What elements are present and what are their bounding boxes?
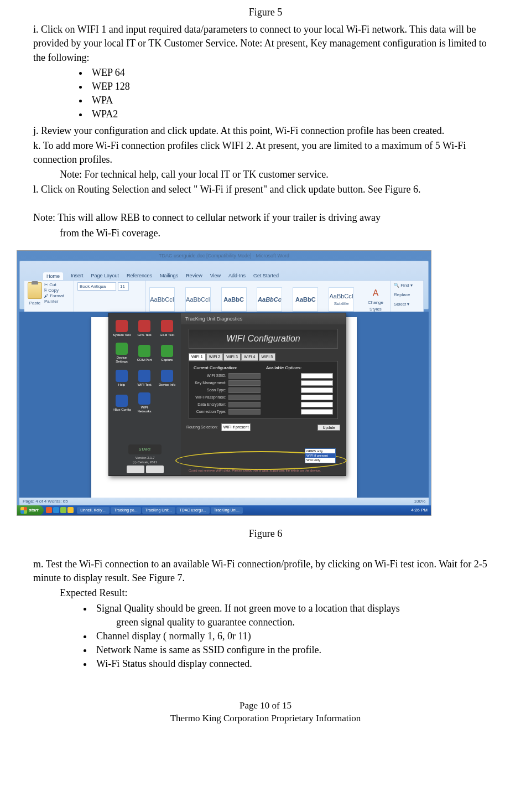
diag-sidebar-button[interactable]: GSM Test xyxy=(157,317,178,340)
wifi-tab-3[interactable]: WIFI 3 xyxy=(223,353,241,361)
dropdown-item-selected[interactable]: WIFI if present xyxy=(305,453,335,458)
find-button[interactable]: 🔍 Find ▾ xyxy=(394,282,420,288)
diag-sidebar-button[interactable]: Device Info xyxy=(157,366,178,390)
diag-window-title: TracKing Unit Diagnostics xyxy=(181,313,346,324)
ribbon-tab[interactable]: References xyxy=(127,272,152,281)
diag-button-icon xyxy=(138,345,150,357)
figure6-screenshot: TDAC userguide.doc [Compatibility Mode] … xyxy=(17,250,431,516)
wifi-tab-2[interactable]: WIFI 2 xyxy=(206,353,223,361)
diag-sidebar-button[interactable]: COM Port xyxy=(134,342,155,365)
diag-button-icon xyxy=(161,370,173,382)
wifi-tab-1[interactable]: WIFI 1 xyxy=(189,353,206,361)
ribbon-tab[interactable]: Get Started xyxy=(253,272,279,281)
taskbar-item[interactable]: TracKing Uni... xyxy=(211,507,243,514)
paste-icon[interactable] xyxy=(28,282,42,299)
diag-sidebar-button[interactable]: Device Settings xyxy=(111,342,132,365)
config-current-value xyxy=(228,373,261,379)
wifi-tab-5[interactable]: WIFI 5 xyxy=(259,353,276,361)
word-title-bar: TDAC userguide.doc [Compatibility Mode] … xyxy=(17,252,431,261)
diag-sidebar-button[interactable]: WIFI Networks xyxy=(134,391,155,415)
style-box[interactable]: AaBbCcI xyxy=(149,287,175,312)
config-current-value xyxy=(228,402,261,407)
word-status-bar: Page: 4 of 4 Words: 65 100% xyxy=(19,498,429,505)
status-zoom[interactable]: 100% xyxy=(414,498,425,504)
note-technical-help: Note: For technical help, call your loca… xyxy=(33,168,498,182)
diag-button-icon xyxy=(116,320,128,332)
style-box[interactable]: AaBbC xyxy=(293,287,318,312)
config-option-input[interactable] xyxy=(301,409,333,415)
list-item: WPA xyxy=(88,94,498,107)
ribbon-tab-home[interactable]: Home xyxy=(43,272,63,281)
diag-button-icon xyxy=(138,370,150,382)
start-button[interactable]: start xyxy=(17,505,44,515)
diag-sidebar-button[interactable]: Help xyxy=(111,366,132,390)
config-option-input[interactable] xyxy=(301,402,333,407)
config-field-label: Data Encryption: xyxy=(197,402,226,407)
ribbon-tab[interactable]: View xyxy=(210,272,221,281)
config-field-label: WIFI SSID: xyxy=(207,373,226,379)
paragraph-j: j. Review your configuration and click u… xyxy=(33,124,498,138)
style-box[interactable]: AaBbC xyxy=(221,287,247,312)
ribbon-tab[interactable]: Insert xyxy=(71,272,84,281)
diag-button-label: WIFI Test xyxy=(137,383,151,387)
style-box[interactable]: AaBbCc xyxy=(257,287,282,312)
quicklaunch-icon[interactable] xyxy=(46,507,52,513)
diag-button-label: GPS Test xyxy=(137,333,151,337)
ribbon-tab[interactable]: Add-Ins xyxy=(228,272,246,281)
font-size-select[interactable]: 11 xyxy=(118,282,129,291)
diag-error-message: Could not retrieve WIFI data. Please che… xyxy=(189,468,338,473)
ribbon-tab[interactable]: Mailings xyxy=(160,272,178,281)
format-painter-button[interactable]: 🖌 Format Painter xyxy=(44,293,70,304)
config-field-label: Scan Type: xyxy=(207,387,226,393)
config-option-input[interactable] xyxy=(301,387,333,393)
update-button[interactable]: Update xyxy=(317,425,340,431)
taskbar-item[interactable]: Tracking po... xyxy=(111,507,140,514)
taskbar-item[interactable]: TDAC usergu... xyxy=(176,507,210,514)
config-current-value xyxy=(228,409,261,415)
config-option-input[interactable] xyxy=(301,380,333,386)
diag-sidebar-button[interactable]: Capture xyxy=(157,342,178,365)
dropdown-item[interactable]: WIFI only xyxy=(305,458,335,462)
diag-button-label: WIFI Networks xyxy=(134,406,155,413)
tracking-logo xyxy=(146,466,164,473)
paragraph-l: l. Click on Routing Selection and select… xyxy=(33,183,498,196)
routing-label: Routing Selection: xyxy=(186,425,218,430)
select-button[interactable]: Select ▾ xyxy=(394,301,420,307)
diag-sidebar-button[interactable]: GPS Test xyxy=(134,317,155,340)
quicklaunch-icon[interactable] xyxy=(60,507,66,513)
diag-button-label: System Test xyxy=(113,333,131,337)
diag-button-icon xyxy=(138,320,150,332)
ribbon-tab[interactable]: Review xyxy=(186,272,202,281)
font-name-select[interactable]: Book Antiqua xyxy=(77,282,116,291)
taskbar-item[interactable]: TracKing Unit... xyxy=(142,507,175,514)
diag-sidebar-button[interactable]: System Test xyxy=(111,317,132,340)
diag-footer: START Version 2.1.7 (c) Celtrak, 2011 xyxy=(111,444,179,473)
taskbar-clock: 4:26 PM xyxy=(408,507,431,513)
style-box[interactable]: AaBbCcISubtitle xyxy=(329,287,354,312)
wifi-tab-4[interactable]: WIFI 4 xyxy=(241,353,258,361)
diag-sidebar-button[interactable]: I-Box Config xyxy=(111,391,132,415)
diag-button-label: Device Settings xyxy=(111,356,132,363)
dropdown-item[interactable]: GPRS only xyxy=(305,449,335,453)
replace-button[interactable]: Replace xyxy=(394,292,420,298)
routing-dropdown[interactable]: GPRS only WIFI if present WIFI only xyxy=(305,448,336,463)
config-current-value xyxy=(228,395,261,400)
cut-button[interactable]: ✂ Cut xyxy=(44,282,70,288)
note-reb-line1: Note: This will allow REB to connect to … xyxy=(33,211,498,225)
config-option-input[interactable] xyxy=(301,395,333,400)
start-diag-button[interactable]: START xyxy=(128,444,162,454)
footer-proprietary: Thermo King Corporation Proprietary Info… xyxy=(33,712,498,725)
diag-button-label: COM Port xyxy=(137,358,152,362)
list-item: Channel display ( normally 1, 6, 0r 11) xyxy=(93,629,498,643)
status-page-words: Page: 4 of 4 Words: 65 xyxy=(23,498,68,504)
style-box[interactable]: AaBbCcI xyxy=(185,287,211,312)
copy-button[interactable]: ⎘ Copy xyxy=(44,288,70,293)
quicklaunch-icon[interactable] xyxy=(67,507,74,513)
ribbon-tab[interactable]: Page Layout xyxy=(91,272,119,281)
change-styles-button[interactable]: AChange Styles xyxy=(365,287,387,312)
taskbar-item[interactable]: Linnell, Kelly ... xyxy=(77,507,110,514)
config-option-input[interactable] xyxy=(301,373,333,379)
windows-icon xyxy=(20,507,27,514)
diag-sidebar-button[interactable]: WIFI Test xyxy=(134,366,155,390)
quicklaunch-icon[interactable] xyxy=(53,507,59,513)
